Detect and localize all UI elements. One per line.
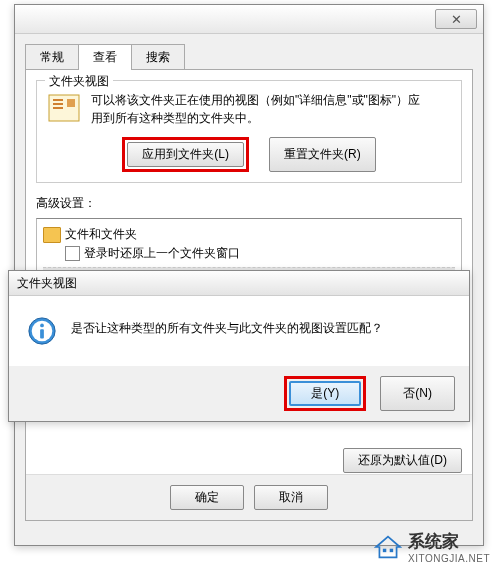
svg-rect-2 [53, 103, 63, 105]
folder-views-icon [47, 91, 83, 127]
confirm-button-row: 是(Y) 否(N) [9, 366, 469, 421]
advanced-label: 高级设置： [36, 195, 462, 212]
svg-marker-9 [376, 537, 400, 558]
tree-root: 文件和文件夹 [43, 225, 455, 244]
cancel-button[interactable]: 取消 [254, 485, 328, 510]
svg-rect-8 [40, 329, 44, 338]
watermark-brand: 系统家 [408, 532, 459, 551]
svg-rect-10 [383, 549, 386, 552]
svg-point-7 [40, 324, 44, 328]
yes-button[interactable]: 是(Y) [289, 381, 361, 406]
svg-rect-11 [390, 549, 393, 552]
folder-view-description: 可以将该文件夹正在使用的视图（例如"详细信息"或"图标"）应用到所有这种类型的文… [91, 91, 431, 127]
tab-strip: 常规 查看 搜索 [25, 44, 473, 70]
highlight-apply: 应用到文件夹(L) [122, 137, 249, 172]
apply-to-folders-button[interactable]: 应用到文件夹(L) [127, 142, 244, 167]
confirm-body: 是否让这种类型的所有文件夹与此文件夹的视图设置匹配？ [9, 296, 469, 366]
close-icon[interactable]: ✕ [435, 9, 477, 29]
tree-item-label: 登录时还原上一个文件夹窗口 [84, 245, 240, 262]
info-icon [27, 316, 57, 346]
tab-search[interactable]: 搜索 [131, 44, 185, 70]
watermark: 系统家 XITONGJIA.NET [374, 530, 490, 564]
confirm-message: 是否让这种类型的所有文件夹与此文件夹的视图设置匹配？ [71, 316, 383, 337]
tab-view[interactable]: 查看 [78, 44, 132, 70]
tree-root-label: 文件和文件夹 [65, 226, 137, 243]
dialog-button-row: 确定 取消 [26, 474, 472, 520]
confirm-titlebar: 文件夹视图 [9, 271, 469, 296]
tree-item[interactable]: 登录时还原上一个文件夹窗口 [43, 244, 455, 263]
confirm-title: 文件夹视图 [17, 275, 77, 292]
reset-folders-button[interactable]: 重置文件夹(R) [269, 137, 376, 172]
house-icon [374, 535, 402, 559]
svg-rect-4 [67, 99, 75, 107]
svg-rect-1 [53, 99, 63, 101]
group-title: 文件夹视图 [45, 73, 113, 90]
checkbox-icon[interactable] [65, 246, 80, 261]
no-button[interactable]: 否(N) [380, 376, 455, 411]
svg-rect-3 [53, 107, 63, 109]
restore-defaults-button[interactable]: 还原为默认值(D) [343, 448, 462, 473]
confirm-dialog: 文件夹视图 是否让这种类型的所有文件夹与此文件夹的视图设置匹配？ 是(Y) 否(… [8, 270, 470, 422]
highlight-yes: 是(Y) [284, 376, 366, 411]
ok-button[interactable]: 确定 [170, 485, 244, 510]
watermark-url: XITONGJIA.NET [408, 553, 490, 564]
folder-view-group: 文件夹视图 可以将该文件夹正在使用的视图（例如"详细信息"或"图标"）应用到所有… [36, 80, 462, 183]
titlebar: ✕ [15, 5, 483, 34]
folder-icon [43, 227, 61, 243]
tab-general[interactable]: 常规 [25, 44, 79, 70]
